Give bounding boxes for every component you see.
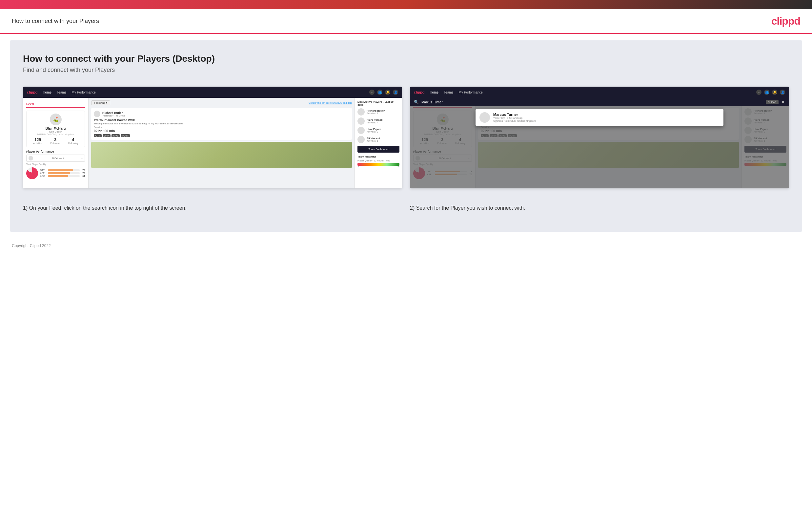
nav-icons-2: ⌕ 👥 🔔 👤 [756,90,785,95]
activity-user-name-1: Richard Butler [102,111,125,115]
search-input-2[interactable] [421,100,763,104]
screenshot-panel-2: clippd Home Teams My Performance ⌕ 👥 🔔 👤 [410,87,789,188]
main-heading: How to connect with your Players (Deskto… [23,53,789,64]
stat-followers-1: 3 Followers [50,137,60,144]
app-body-1: Feed ⛳ Blair McHarg Golf Coach Mill Ride… [23,98,402,188]
search-bar-overlay-2: 🔍 CLEAR ✕ [410,98,789,106]
feed-top-1: Following ▾ Control who can see your act… [91,100,352,105]
active-player-4-1: Eli Vincent Activities: 1 [357,136,399,143]
bar-ott-track-1 [48,169,80,171]
activity-title-1: Pre Tournament Course Walk [94,119,349,122]
bar-ott-1: OTT 79 [40,169,85,171]
activity-time-label-1: Duration [94,126,349,128]
activity-duration-1: 02 hr : 00 min [94,129,349,133]
player-dropdown-avatar-1 [29,156,33,161]
tag-ott-1: OTT [94,134,102,137]
app-logo-1: clippd [27,90,37,94]
search-result-info-2: Marcus Turner Yesterday · 1·5 Handicap C… [493,113,536,122]
activity-user-info-1: Richard Butler Yesterday · The Grove [102,111,125,117]
profile-avatar-1: ⛳ [50,114,62,125]
bar-ott-val-1: 79 [80,169,85,171]
active-player-name-2-1: Piers Parnell [367,119,382,121]
stat-activities-1: 129 Activities [33,137,42,144]
stat-following-lbl-1: Following [68,142,78,144]
profile-name-1: Blair McHarg [29,127,82,130]
people-icon-2[interactable]: 👥 [764,90,769,95]
active-player-avatar-4-1 [357,136,365,143]
nav-myperformance-2[interactable]: My Performance [459,91,483,94]
search-icon-2[interactable]: ⌕ [756,90,762,95]
app-nav-2: clippd Home Teams My Performance ⌕ 👥 🔔 👤 [410,87,789,98]
description-text-2: 2) Search for the Player you wish to con… [410,204,789,212]
bar-app-track-1 [48,172,80,174]
total-quality-row-1: 84 OTT 79 [26,167,85,179]
logo: clippd [771,15,800,27]
search-close-btn-2[interactable]: ✕ [781,99,785,105]
player-performance-section-1: Player Performance Eli Vincent ▾ Total P… [26,150,85,179]
heatmap-sub-1: Player Quality · 20 Round Trend [357,160,399,162]
active-players-title-1: Most Active Players - Last 30 days [357,100,399,106]
page-title: How to connect with your Players [12,18,99,25]
main-content: How to connect with your Players (Deskto… [10,40,802,232]
profile-card-1: ⛳ Blair McHarg Golf Coach Mill Ride Golf… [26,111,85,147]
player-dropdown-1[interactable]: Eli Vincent ▾ [26,155,85,162]
total-quality-label-1: Total Player Quality [26,163,85,165]
activity-tags-1: OTT APP ARG PUTT [94,134,349,137]
active-player-info-2-1: Piers Parnell Activities: 4 [367,119,382,124]
team-dashboard-btn-1[interactable]: Team Dashboard [357,146,399,153]
control-link-1[interactable]: Control who can see your activity and da… [308,102,352,104]
bell-icon-2[interactable]: 🔔 [772,90,777,95]
bar-arg-1: ARG 64 [40,175,85,177]
bar-arg-track-1 [48,175,80,177]
bar-app-label-1: APP [40,172,47,174]
player-dropdown-chevron-1: ▾ [81,157,83,160]
top-bar [0,0,812,9]
bar-arg-fill-1 [48,175,68,177]
app-ui-2: clippd Home Teams My Performance ⌕ 👥 🔔 👤 [410,87,789,188]
footer: Copyright Clippd 2022 [0,238,812,253]
nav-teams-2[interactable]: Teams [444,91,453,94]
bar-app-val-1: 70 [80,172,85,174]
active-player-3-1: Hiral Pujara Activities: 3 [357,127,399,134]
search-clear-btn-2[interactable]: CLEAR [766,100,778,104]
stat-activities-lbl-1: Activities [33,142,42,144]
active-player-info-3-1: Hiral Pujara Activities: 3 [367,128,381,133]
people-icon-1[interactable]: 👥 [377,90,382,95]
search-result-avatar-2 [479,112,490,123]
nav-home-1[interactable]: Home [43,91,51,94]
active-player-name-3-1: Hiral Pujara [367,128,381,131]
feed-tab-1[interactable]: Feed [26,101,85,108]
nav-home-2[interactable]: Home [430,91,438,94]
bell-icon-1[interactable]: 🔔 [385,90,390,95]
player-performance-label-1: Player Performance [26,150,85,153]
nav-myperformance-1[interactable]: My Performance [72,91,96,94]
heatmap-bar-1 [357,163,399,166]
app-nav-1: clippd Home Teams My Performance ⌕ 👥 🔔 👤 [23,87,402,98]
bar-arg-val-1: 64 [80,175,85,177]
app-feed-1: Following ▾ Control who can see your act… [89,98,354,188]
profile-club-1: Mill Ride Golf Club, United Kingdom [29,133,82,135]
profile-title-1: Golf Coach [29,130,82,133]
nav-teams-1[interactable]: Teams [57,91,66,94]
team-heatmap-title-1: Team Heatmap [357,155,399,158]
footer-copyright: Copyright Clippd 2022 [12,244,51,248]
following-btn-1[interactable]: Following ▾ [91,100,110,105]
active-player-name-1-1: Richard Butler [367,109,385,112]
active-player-2-1: Piers Parnell Activities: 4 [357,118,399,125]
bar-ott-label-1: OTT [40,169,47,171]
bar-arg-label-1: ARG [40,175,47,177]
avatar-icon-1[interactable]: 👤 [393,90,398,95]
search-result-meta1-2: Yesterday · 1·5 Handicap [493,117,536,120]
quality-bars-1: OTT 79 APP [40,169,85,178]
stat-activities-val-1: 129 [33,137,42,142]
app-ui-1: clippd Home Teams My Performance ⌕ 👥 🔔 👤 [23,87,402,188]
heatmap-labels-1: -5 +5 [357,166,399,168]
app-right-1: Most Active Players - Last 30 days Richa… [354,98,402,188]
active-player-count-1-1: Activities: 7 [367,112,385,115]
avatar-icon-2[interactable]: 👤 [780,90,785,95]
profile-stats-1: 129 Activities 3 Followers 4 Following [29,137,82,144]
stat-followers-lbl-1: Followers [50,142,60,144]
golf-image-1 [91,142,352,168]
search-icon-1[interactable]: ⌕ [369,90,375,95]
nav-icons-1: ⌕ 👥 🔔 👤 [369,90,398,95]
